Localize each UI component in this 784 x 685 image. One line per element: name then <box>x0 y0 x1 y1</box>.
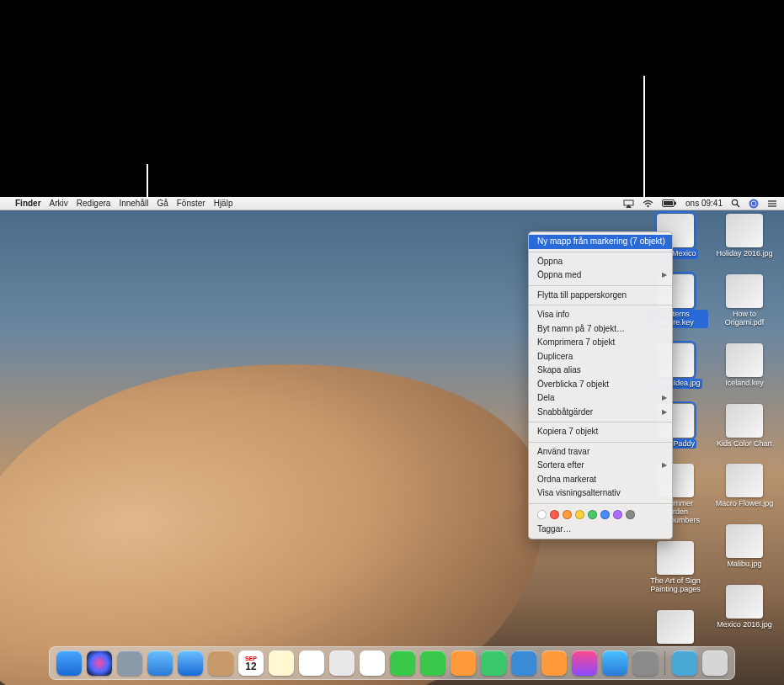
file-label: Mexico 2016.jpg <box>715 620 774 630</box>
dock-prefs-icon[interactable] <box>632 650 658 676</box>
file-label: Iceland.key <box>723 379 765 389</box>
dock-safari-icon[interactable] <box>147 650 173 676</box>
ctx-item[interactable]: Visa visningsalternativ <box>529 486 672 501</box>
dock-facetime-icon[interactable] <box>420 650 445 676</box>
menubar-item-redigera[interactable]: Redigera <box>77 199 111 208</box>
ctx-separator <box>529 305 672 305</box>
dock-calendar-icon[interactable]: SEP12 <box>238 650 264 676</box>
file-thumbnail <box>726 343 763 377</box>
battery-icon[interactable] <box>662 199 677 207</box>
dock-reminders-icon[interactable] <box>299 650 324 676</box>
dock-notes-icon[interactable] <box>269 650 294 676</box>
menubar-clock[interactable]: ons 09:41 <box>685 199 723 208</box>
file-thumbnail <box>726 464 763 497</box>
dock-appstore-icon[interactable] <box>602 650 627 676</box>
file-thumbnail <box>726 585 763 619</box>
ctx-item[interactable]: Duplicera <box>529 350 672 364</box>
ctx-item[interactable]: Öppna med▶ <box>529 268 672 283</box>
submenu-arrow-icon: ▶ <box>662 271 667 279</box>
file-thumbnail <box>657 610 694 644</box>
tag-color-dot[interactable] <box>563 510 572 519</box>
desktop-file[interactable]: The Art of Sign Painting.pages <box>643 541 708 595</box>
ctx-item[interactable]: Öppna <box>529 255 672 269</box>
menubar-app[interactable]: Finder <box>15 199 41 208</box>
tag-color-dot[interactable] <box>588 510 597 519</box>
ctx-item[interactable]: Komprimera 7 objekt <box>529 336 672 350</box>
dock-maps-icon[interactable] <box>329 650 355 676</box>
tag-color-dot[interactable] <box>600 510 610 519</box>
submenu-arrow-icon: ▶ <box>662 408 667 417</box>
dock: SEP12 <box>49 646 735 680</box>
callout-line-left <box>147 164 148 198</box>
dock-downloads-icon[interactable] <box>672 650 697 676</box>
menubar-item-fonster[interactable]: Fönster <box>177 199 205 208</box>
desktop-file[interactable]: Kids Color Chart <box>712 404 777 449</box>
file-thumbnail <box>726 524 763 558</box>
dock-siri-icon[interactable] <box>87 650 112 676</box>
dock-keynote-icon[interactable] <box>511 650 536 676</box>
wifi-icon[interactable] <box>643 199 653 208</box>
ctx-item[interactable]: Visa info <box>529 308 672 322</box>
desktop[interactable]: New MexicoPatterns Nature.keyTravel Idea… <box>0 210 784 685</box>
ctx-item[interactable]: Byt namn på 7 objekt… <box>529 322 672 337</box>
file-thumbnail <box>726 404 763 438</box>
siri-menubar-icon[interactable] <box>749 199 759 209</box>
tag-color-dot[interactable] <box>537 510 547 519</box>
file-label: Macro Flower.jpg <box>714 499 776 509</box>
desktop-file[interactable]: Iceland.key <box>712 343 777 389</box>
ctx-item[interactable]: Sortera efter▶ <box>529 459 672 473</box>
ctx-item[interactable]: Dela▶ <box>529 391 672 406</box>
submenu-arrow-icon: ▶ <box>662 394 667 402</box>
ctx-new-folder-from-selection[interactable]: Ny mapp från markering (7 objekt) <box>529 235 672 249</box>
ctx-item[interactable]: Använd travar <box>529 445 672 459</box>
dock-launchpad-icon[interactable] <box>117 650 142 676</box>
ctx-item[interactable]: Snabbåtgärder▶ <box>529 406 672 420</box>
dock-mail-icon[interactable] <box>178 650 203 676</box>
menubar-item-arkiv[interactable]: Arkiv <box>50 199 68 208</box>
ctx-tag-colors[interactable] <box>529 507 672 523</box>
dock-ibooks-icon[interactable] <box>541 650 567 676</box>
tag-color-dot[interactable] <box>550 510 559 519</box>
ctx-separator <box>529 285 672 286</box>
desktop-file[interactable]: Mexico 2016.jpg <box>712 585 777 630</box>
desktop-file[interactable]: Macro Flower.jpg <box>712 464 777 509</box>
ctx-separator <box>529 442 672 443</box>
menubar-item-innehall[interactable]: Innehåll <box>119 199 148 208</box>
wallpaper-dune <box>0 326 569 685</box>
notification-center-icon[interactable] <box>767 199 777 208</box>
dock-numbers-icon[interactable] <box>481 650 506 676</box>
spotlight-icon[interactable] <box>731 199 740 208</box>
ctx-item[interactable]: Skapa alias <box>529 364 672 378</box>
ctx-tags-more[interactable]: Taggar… <box>529 523 672 537</box>
dock-pages-icon[interactable] <box>451 650 476 676</box>
tag-color-dot[interactable] <box>575 510 584 519</box>
menubar-item-hjalp[interactable]: Hjälp <box>214 199 233 208</box>
desktop-file[interactable]: Malibu.jpg <box>712 524 777 570</box>
ctx-item[interactable]: Överblicka 7 objekt <box>529 378 672 392</box>
file-thumbnail <box>726 274 763 308</box>
ctx-item[interactable]: Flytta till papperskorgen <box>529 289 672 303</box>
ctx-item[interactable]: Ordna markerat <box>529 473 672 487</box>
svg-point-8 <box>749 199 759 208</box>
desktop-file[interactable]: Holiday 2016.jpg <box>712 214 777 259</box>
dock-trash-icon[interactable] <box>702 650 728 676</box>
svg-rect-4 <box>664 201 673 205</box>
dock-itunes-icon[interactable] <box>572 650 597 676</box>
file-thumbnail <box>657 541 694 575</box>
dock-messages-icon[interactable] <box>390 650 415 676</box>
tag-color-dot[interactable] <box>613 510 622 519</box>
airplay-icon[interactable] <box>623 199 634 208</box>
dock-contacts-icon[interactable] <box>208 650 233 676</box>
dock-photos-icon[interactable] <box>360 650 385 676</box>
context-menu: Ny mapp från markering (7 objekt) ÖppnaÖ… <box>528 231 673 539</box>
desktop-file[interactable]: How to Origami.pdf <box>712 274 777 328</box>
dock-finder-icon[interactable] <box>56 650 82 676</box>
file-label: Malibu.jpg <box>725 560 763 570</box>
ctx-separator <box>529 422 672 422</box>
file-thumbnail <box>726 214 763 247</box>
menubar-item-ga[interactable]: Gå <box>157 199 168 208</box>
ctx-item[interactable]: Kopiera 7 objekt <box>529 425 672 439</box>
tag-color-dot[interactable] <box>626 510 635 519</box>
menubar: Finder Arkiv Redigera Innehåll Gå Fönste… <box>0 197 784 210</box>
dock-separator <box>664 651 665 675</box>
